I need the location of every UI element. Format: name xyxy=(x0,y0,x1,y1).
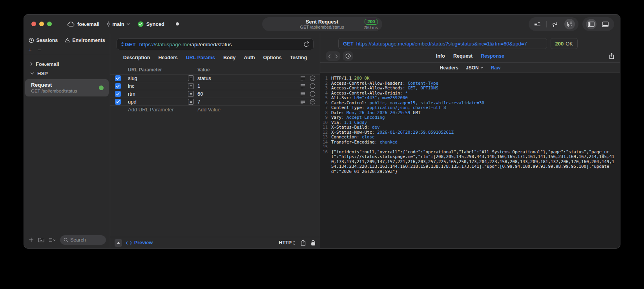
add-param-name-placeholder[interactable]: Add URL Parameter xyxy=(128,107,188,113)
add-param-value-placeholder[interactable]: Add Value xyxy=(197,107,298,113)
add-folder-icon[interactable] xyxy=(38,237,44,243)
merge-icon[interactable] xyxy=(550,19,561,29)
add-param-row[interactable]: Add URL Parameter Add Value xyxy=(110,105,320,113)
tab-description[interactable]: Description xyxy=(123,55,150,60)
tab-testing[interactable]: Testing xyxy=(290,55,307,60)
back-button[interactable] xyxy=(326,54,333,58)
remove-param-icon[interactable] xyxy=(307,83,317,89)
tree-group-hsp[interactable]: HSP xyxy=(24,69,110,78)
sort-list-icon[interactable] xyxy=(49,238,56,242)
response-body[interactable]: 1HTTP/1.1 200 OK2Access-Control-Allow-He… xyxy=(320,73,620,248)
share-icon[interactable] xyxy=(301,240,306,246)
tab-environments[interactable]: Environments xyxy=(64,38,105,43)
tab-url-params[interactable]: URL Params xyxy=(186,55,215,60)
preview-button[interactable]: Preview xyxy=(126,240,153,245)
reorder-handle-icon[interactable] xyxy=(298,84,307,89)
response-status-box: 200 OK xyxy=(551,38,578,49)
editor-footer: Preview HTTP xyxy=(110,237,320,248)
sent-url: https://statuspage.me/api/embed/status?s… xyxy=(356,41,527,47)
request-status-pill[interactable]: Sent Request GET /api/embed/status 200 2… xyxy=(262,17,382,31)
protocol-selector[interactable]: HTTP xyxy=(279,240,296,245)
expand-panel-icon[interactable] xyxy=(115,239,122,247)
zoom-window-button[interactable] xyxy=(47,22,52,26)
reorder-handle-icon[interactable] xyxy=(298,76,307,81)
param-value-field[interactable]: 7 xyxy=(197,99,298,105)
toggle-sidebar-icon[interactable] xyxy=(586,19,597,29)
param-name-field[interactable]: upd xyxy=(128,99,188,105)
line-number: 11 xyxy=(320,125,331,130)
tab-request[interactable]: Request xyxy=(453,53,473,59)
titlebar: foe.email main Synced Sent Request GET /… xyxy=(24,15,620,33)
tree-group-foe-email[interactable]: Foe.email xyxy=(24,59,110,69)
project-menu[interactable]: foe.email xyxy=(68,21,99,27)
remove-param-icon[interactable] xyxy=(307,91,317,97)
tab-info[interactable]: Info xyxy=(436,53,445,59)
request-url-input[interactable]: GET https://statuspage.me/api/embed/stat… xyxy=(117,38,314,50)
subtab-headers[interactable]: Headers xyxy=(440,65,458,71)
close-window-button[interactable] xyxy=(31,22,36,26)
sidebar-item-request-selected[interactable]: Request GET /api/embed/status xyxy=(25,79,109,96)
history-clock-icon[interactable] xyxy=(343,51,353,61)
param-name-field[interactable]: rtm xyxy=(128,91,188,97)
tab-body[interactable]: Body xyxy=(223,55,235,60)
forward-button[interactable] xyxy=(333,54,340,58)
line-number: 16 xyxy=(320,150,331,174)
url-path: /api/embed/status xyxy=(190,42,232,47)
param-name-field[interactable]: slug xyxy=(128,75,188,81)
param-value-field[interactable]: status xyxy=(197,75,298,81)
export-response-icon[interactable] xyxy=(609,53,614,59)
subtab-raw[interactable]: Raw xyxy=(491,65,501,71)
param-checkbox-checked[interactable] xyxy=(115,75,128,81)
param-checkbox-checked[interactable] xyxy=(115,91,128,97)
line-text: Vary: Accept-Encoding xyxy=(331,115,616,120)
param-value-field[interactable]: 1 xyxy=(197,83,298,89)
response-subtabs: HeadersJSONRaw xyxy=(320,63,620,73)
param-value-field[interactable]: 60 xyxy=(197,91,298,97)
lock-icon[interactable] xyxy=(311,240,316,246)
tab-sessions[interactable]: Sessions xyxy=(29,38,58,43)
param-checkbox-checked[interactable] xyxy=(115,83,128,89)
reorder-handle-icon[interactable] xyxy=(298,91,307,96)
reorder-handle-icon[interactable] xyxy=(298,99,307,104)
updown-icon xyxy=(293,241,296,245)
param-row-inc: inc=1 xyxy=(110,82,320,90)
response-status-text: OK xyxy=(566,41,573,47)
line-number: 15 xyxy=(320,145,331,150)
tab-headers[interactable]: Headers xyxy=(158,55,177,60)
chevron-right-icon xyxy=(30,62,33,66)
sent-request-line[interactable]: GET https://statuspage.me/api/embed/stat… xyxy=(338,38,547,49)
method-selector[interactable]: GET xyxy=(125,42,136,47)
line-number: 7 xyxy=(320,105,331,111)
line-number: 13 xyxy=(320,135,331,140)
export-lines-icon[interactable] xyxy=(532,19,543,29)
environments-icon xyxy=(64,38,70,43)
subtab-json[interactable]: JSON xyxy=(466,65,483,71)
add-session-button[interactable]: + xyxy=(28,48,32,52)
response-lines: 1HTTP/1.1 200 OK2Access-Control-Allow-He… xyxy=(320,76,616,174)
remove-param-icon[interactable] xyxy=(307,75,317,81)
protocol-label: HTTP xyxy=(279,240,292,245)
search-input[interactable]: Search xyxy=(60,235,106,245)
param-checkbox-checked[interactable] xyxy=(115,99,128,105)
branch-selector[interactable]: main xyxy=(106,21,130,27)
remove-session-button[interactable]: − xyxy=(38,48,41,52)
minimize-window-button[interactable] xyxy=(39,22,44,26)
sent-method: GET xyxy=(343,41,354,47)
tab-response[interactable]: Response xyxy=(481,53,504,59)
sent-request-title: Sent Request xyxy=(306,19,338,25)
sync-status[interactable]: Synced xyxy=(138,21,164,27)
column-header-name: URL Parameter xyxy=(128,67,188,73)
send-refresh-icon[interactable] xyxy=(303,41,309,47)
request-tabs: DescriptionHeadersURL ParamsBodyAuthOpti… xyxy=(110,51,320,64)
import-export-icon[interactable] xyxy=(564,19,575,29)
request-item-title: Request xyxy=(31,82,105,88)
toggle-bottom-panel-icon[interactable] xyxy=(600,19,611,29)
tab-auth[interactable]: Auth xyxy=(244,55,255,60)
equals-mode-icon: = xyxy=(188,83,197,89)
sync-label: Synced xyxy=(146,21,164,27)
param-row-rtm: rtm=60 xyxy=(110,90,320,98)
tab-options[interactable]: Options xyxy=(263,55,282,60)
add-request-button[interactable] xyxy=(29,237,34,242)
param-name-field[interactable]: inc xyxy=(128,83,188,89)
remove-param-icon[interactable] xyxy=(307,99,317,105)
